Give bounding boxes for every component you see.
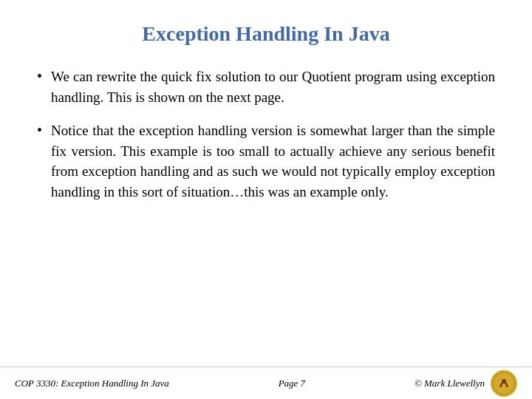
footer-page-number: Page 7 [279, 378, 305, 389]
slide-content: Exception Handling In Java • We can rewr… [0, 0, 532, 366]
bullet-dot-2: • [37, 122, 42, 139]
footer-right-section: © Mark Llewellyn [415, 370, 517, 397]
bullet-dot-1: • [37, 68, 42, 85]
slide-title: Exception Handling In Java [37, 22, 495, 46]
bullet-text-2: Notice that the exception handling versi… [51, 120, 495, 202]
bullet-section: • We can rewrite the quick fix solution … [37, 66, 495, 202]
logo-svg [491, 371, 516, 396]
svg-point-2 [502, 379, 506, 383]
slide-container: Exception Handling In Java • We can rewr… [0, 0, 532, 399]
logo-icon [491, 370, 517, 397]
bullet-text-1: We can rewrite the quick fix solution to… [51, 66, 495, 107]
footer-copyright-text: © Mark Llewellyn [415, 378, 485, 389]
bullet-item-2: • Notice that the exception handling ver… [37, 120, 495, 202]
slide-footer: COP 3330: Exception Handling In Java Pag… [0, 366, 532, 399]
footer-course-label: COP 3330: Exception Handling In Java [15, 378, 169, 389]
bullet-item-1: • We can rewrite the quick fix solution … [37, 66, 495, 107]
